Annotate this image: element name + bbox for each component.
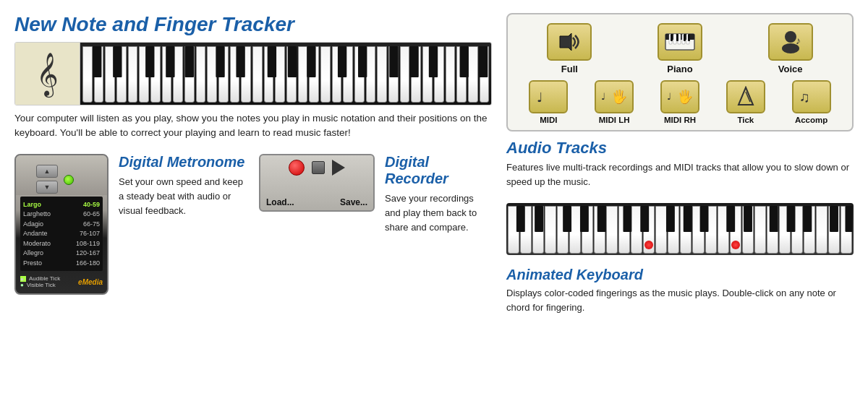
audio-btn-midi-lh[interactable]: ♩ 🖐 MIDI LH <box>584 80 645 124</box>
svg-rect-25 <box>671 34 673 41</box>
record-button[interactable] <box>289 160 305 176</box>
white-key <box>184 46 195 103</box>
white-key <box>446 46 456 103</box>
right-column: Full <box>506 13 854 404</box>
white-key <box>332 46 342 103</box>
save-button[interactable]: Save... <box>340 197 367 207</box>
metronome-description: Set your own speed and keep a steady bea… <box>119 175 247 218</box>
white-key <box>196 46 206 103</box>
white-key <box>105 46 115 103</box>
metronome-text: Digital Metronome Set your own speed and… <box>119 154 247 295</box>
load-button[interactable]: Load... <box>266 197 294 207</box>
visible-tick-row: ● Visible Tick <box>20 282 60 288</box>
svg-rect-26 <box>676 34 678 41</box>
metro-allegro-range: 120-167 <box>76 249 100 259</box>
white-key <box>434 46 444 103</box>
metro-larghetto-row: Larghetto 60-65 <box>23 210 100 220</box>
metro-andante-label: Andante <box>23 229 48 239</box>
anim-white-key <box>655 206 667 254</box>
white-key <box>173 46 183 103</box>
white-key <box>298 46 308 103</box>
metronome-title: Digital Metronome <box>119 154 247 171</box>
audio-btn-midi-rh[interactable]: ♩ 🖐 MIDI RH <box>650 80 711 124</box>
accomp-icon: ♫ <box>792 80 831 113</box>
audio-tracks-description: Features live multi-track recordings and… <box>506 160 854 189</box>
audio-bottom-buttons: ♩ MIDI ♩ 🖐 MIDI LH <box>518 80 842 124</box>
anim-white-key <box>532 206 544 254</box>
svg-rect-21 <box>673 34 676 44</box>
metro-larghetto-range: 60-65 <box>83 210 100 220</box>
white-key <box>354 46 365 103</box>
metro-andante-row: Andante 76-107 <box>23 229 100 239</box>
anim-white-key <box>594 206 605 254</box>
white-key <box>400 46 410 103</box>
anim-white-key <box>557 206 569 254</box>
piano-label: Piano <box>667 64 692 74</box>
metro-moderato-label: Moderato <box>23 239 51 249</box>
metro-presto-row: Presto 166-180 <box>23 259 100 269</box>
keyboard-banner: 𝄞 <box>14 42 492 105</box>
anim-white-key <box>680 206 692 254</box>
audible-tick-label: Audible Tick <box>29 275 60 282</box>
main-description: Your computer will listen as you play, s… <box>14 111 492 141</box>
metro-presto-range: 166-180 <box>76 259 100 269</box>
white-key <box>286 46 297 103</box>
metro-up-btn[interactable]: ▲ <box>36 165 58 178</box>
metro-allegro-label: Allegro <box>23 249 43 259</box>
main-title: New Note and Finger Tracker <box>14 13 492 36</box>
voice-icon: ♪ <box>768 23 813 61</box>
piano-keys-visual <box>80 43 491 105</box>
anim-white-key <box>767 206 778 254</box>
full-icon <box>547 23 592 61</box>
stop-button[interactable] <box>312 161 325 174</box>
anim-white-key <box>754 206 766 254</box>
midi-label: MIDI <box>540 116 557 124</box>
full-label: Full <box>561 64 578 74</box>
svg-text:♩: ♩ <box>601 91 605 102</box>
tick-label: Tick <box>737 116 754 124</box>
audio-btn-full[interactable]: Full <box>518 23 621 74</box>
white-key <box>456 46 467 103</box>
metro-andante-range: 76-107 <box>80 229 100 239</box>
anim-white-key <box>779 206 791 254</box>
audio-tracks-text: Audio Tracks Features live multi-track r… <box>506 139 854 196</box>
metro-moderato-range: 108-119 <box>76 239 100 249</box>
metro-down-btn[interactable]: ▼ <box>36 181 58 194</box>
anim-white-key <box>791 206 803 254</box>
white-key <box>411 46 421 103</box>
white-key <box>241 46 251 103</box>
svg-marker-37 <box>739 87 753 105</box>
svg-point-29 <box>785 31 796 43</box>
metro-allegro-row: Allegro 120-167 <box>23 249 100 259</box>
audio-btn-voice[interactable]: ♪ Voice <box>739 23 842 74</box>
svg-marker-17 <box>560 33 571 51</box>
audio-btn-tick[interactable]: Tick <box>715 80 776 124</box>
white-key <box>366 46 376 103</box>
anim-white-key-red2 <box>730 206 741 254</box>
anim-white-key <box>631 206 642 254</box>
audio-top-buttons: Full <box>518 23 842 74</box>
white-key <box>82 46 93 103</box>
svg-rect-28 <box>688 34 690 41</box>
visible-tick-dot: ● <box>20 282 24 288</box>
audio-btn-piano[interactable]: Piano <box>629 23 732 74</box>
audio-panel: Full <box>506 13 854 131</box>
audio-btn-midi[interactable]: ♩ MIDI <box>518 80 579 124</box>
metro-display: Largo 40-59 Larghetto 60-65 Adagio 66-75 <box>20 197 103 272</box>
recorder-device: Load... Save... <box>259 154 375 212</box>
svg-text:🖐: 🖐 <box>611 89 628 105</box>
anim-white-key <box>668 206 679 254</box>
anim-white-key <box>545 206 556 254</box>
page-container: New Note and Finger Tracker 𝄞 <box>0 0 868 414</box>
play-button[interactable] <box>332 160 345 176</box>
metro-largo-label: Largo <box>23 200 41 210</box>
audible-tick-dot: ● <box>20 276 26 282</box>
svg-rect-27 <box>684 34 686 41</box>
white-key <box>343 46 353 103</box>
white-key <box>480 46 490 103</box>
piano-icon <box>658 23 702 61</box>
metro-moderato-row: Moderato 108-119 <box>23 239 100 249</box>
white-key <box>139 46 149 103</box>
audio-btn-accomp[interactable]: ♫ Accomp <box>780 80 842 124</box>
anim-white-key-red <box>643 206 655 254</box>
